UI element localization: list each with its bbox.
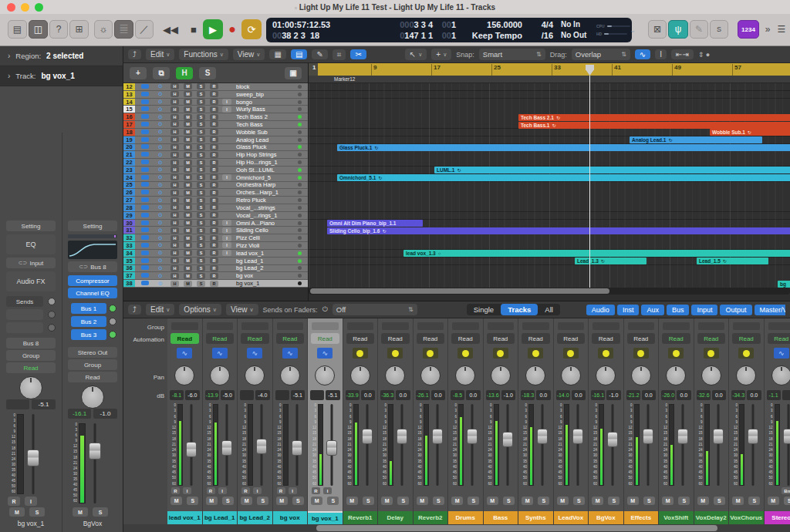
automation-mode-button[interactable]: Read	[276, 333, 305, 344]
mute-button[interactable]: M	[184, 212, 192, 218]
record-button[interactable]: R	[210, 197, 218, 204]
pan-knob[interactable]	[631, 365, 651, 386]
record-button[interactable]: R	[210, 129, 218, 135]
audio-fx-slot[interactable]: Audio FX	[6, 271, 56, 291]
pan-knob[interactable]	[420, 365, 441, 386]
lcd-field[interactable]: No Out	[553, 30, 596, 41]
pan-knob[interactable]	[525, 365, 545, 386]
track-row[interactable]: 36 ⊙ H M S R bg Lead_2	[123, 265, 308, 273]
zoom-slider[interactable]: ⇕ ●	[698, 51, 710, 59]
group-cell[interactable]	[592, 322, 620, 330]
track-list-icon[interactable]: ▤	[291, 49, 307, 59]
send-slot[interactable]: Bus 2	[71, 316, 106, 327]
record-button[interactable]: R	[210, 114, 218, 120]
track-power-icon[interactable]: ⊙	[155, 174, 166, 180]
automation-mode-button[interactable]: Read	[346, 333, 375, 344]
solo-mode-icon[interactable]: S	[710, 20, 728, 39]
solo-button[interactable]: S	[678, 497, 690, 505]
track-name[interactable]: Hip Hop Strings	[236, 151, 298, 158]
mute-button[interactable]: M	[184, 106, 192, 113]
media-browser-icon[interactable]: ▤	[8, 20, 27, 39]
track-row[interactable]: 24 ⊙ H M S R I Omnichord_5	[123, 174, 308, 182]
mute-button[interactable]: M	[346, 497, 358, 505]
mixer-scrollbar[interactable]	[123, 524, 790, 532]
track-row[interactable]: 14 ⊙ H M S R I bongo	[123, 99, 308, 106]
output-slot[interactable]: Bus 8	[6, 338, 56, 348]
record-button[interactable]: R	[210, 220, 218, 226]
mute-button[interactable]: M	[184, 121, 192, 127]
empty-send-slot[interactable]	[6, 322, 43, 333]
mute-button[interactable]: M	[662, 497, 674, 505]
mixer-channel[interactable]: Read -14.0 0.0 0369121518212430354045506…	[554, 318, 589, 524]
mixer-channel[interactable]: Read -36.3 0.0 0369121518212430354045506…	[378, 318, 414, 524]
track-name[interactable]: Omnichord_5	[236, 174, 298, 181]
solo-button[interactable]: S	[197, 136, 205, 143]
track-row[interactable]: 28 ⊙ H M S R Vocal_...strings	[123, 204, 308, 212]
record-button[interactable]: R	[210, 265, 218, 271]
track-name[interactable]: bg Lead_1	[236, 258, 298, 264]
volume-fader[interactable]	[676, 404, 690, 486]
mute-button[interactable]: M	[184, 91, 192, 97]
volume-display[interactable]: -5.1	[291, 390, 305, 400]
mute-button[interactable]: M	[732, 497, 744, 505]
mute-button[interactable]: M	[184, 99, 192, 105]
input-monitor-button[interactable]: I	[222, 99, 231, 105]
channel-name[interactable]: Stereo	[765, 511, 790, 524]
solo-button[interactable]: S	[197, 99, 205, 105]
track-name[interactable]: lead vox_1	[236, 250, 298, 257]
mixer-channel[interactable]: Read -8.5 0.0 03691215182124303540455060…	[448, 318, 484, 524]
volume-display[interactable]	[782, 390, 790, 400]
solo-button[interactable]: S	[197, 83, 205, 89]
sends-slot[interactable]: Sends	[6, 296, 43, 307]
record-button[interactable]: R	[210, 281, 218, 287]
snap-select[interactable]: Smart⇅	[479, 49, 545, 60]
record-button[interactable]: R	[210, 250, 218, 256]
send-knob[interactable]	[48, 311, 56, 318]
automation-mode-button[interactable]: Read	[417, 333, 445, 344]
region[interactable]: Sliding Cello_bip_1.6↻	[327, 227, 790, 234]
solo-button[interactable]: S	[197, 91, 205, 97]
hide-tracks-button[interactable]: H	[176, 67, 193, 79]
channel-name[interactable]: BgVox	[589, 511, 623, 524]
send-knob[interactable]	[48, 324, 56, 332]
solo-tracks-button[interactable]: S	[199, 67, 216, 79]
hide-button[interactable]: H	[170, 136, 179, 143]
group-slot[interactable]: Group	[6, 350, 56, 361]
hide-button[interactable]: H	[170, 106, 179, 113]
volume-display[interactable]: -1.0	[93, 409, 117, 419]
volume-display[interactable]: 0.0	[642, 390, 656, 400]
automation-mode-button[interactable]: Read	[170, 333, 199, 344]
volume-display[interactable]: 0.0	[572, 390, 586, 400]
options-menu[interactable]: Options∨	[179, 304, 221, 315]
hide-button[interactable]: H	[170, 144, 179, 150]
track-power-icon[interactable]: ⊙	[155, 160, 166, 166]
mixer-channel[interactable]: Read -26.0 0.0 0369121518212430354045506…	[659, 318, 694, 524]
eq-slot[interactable]: EQ	[6, 234, 56, 254]
hide-button[interactable]: H	[170, 258, 179, 264]
solo-button[interactable]: S	[538, 497, 549, 505]
hide-button[interactable]: H	[170, 242, 179, 248]
lcd-field[interactable]: 0038 2 3 18	[272, 30, 371, 41]
track-power-icon[interactable]: ⊙	[155, 212, 166, 218]
mute-button[interactable]: M	[451, 497, 463, 505]
track-power-icon[interactable]: ⊙	[155, 204, 166, 210]
record-button[interactable]: R	[210, 91, 218, 97]
automation-icon[interactable]: ✎	[312, 49, 327, 59]
channel-name[interactable]: VoxChorus	[729, 511, 764, 524]
track-row[interactable]: 25 ⊙ H M S R Orchestra Harp	[123, 182, 308, 190]
mute-button[interactable]: M	[184, 129, 192, 135]
hide-button[interactable]: H	[170, 235, 179, 241]
mute-button[interactable]: M	[276, 497, 288, 505]
hide-button[interactable]: H	[170, 273, 179, 279]
region[interactable]: Lead_1.5↻	[697, 258, 768, 264]
marker-track[interactable]: Marker12	[309, 76, 790, 83]
stop-button[interactable]: ■	[184, 19, 204, 39]
volume-display[interactable]: -5.1	[326, 390, 339, 400]
catch-playhead-icon[interactable]: ⇤⇥	[671, 49, 694, 59]
volume-fader[interactable]	[746, 404, 760, 486]
channel-name[interactable]: Bass	[484, 511, 518, 524]
group-cell[interactable]	[698, 322, 725, 330]
lcd-field[interactable]: 0003 3 4	[371, 19, 433, 30]
track-row[interactable]: 37 ⊙ H M S R bg vox	[123, 272, 308, 280]
track-name[interactable]: Tech Bass	[236, 121, 298, 128]
